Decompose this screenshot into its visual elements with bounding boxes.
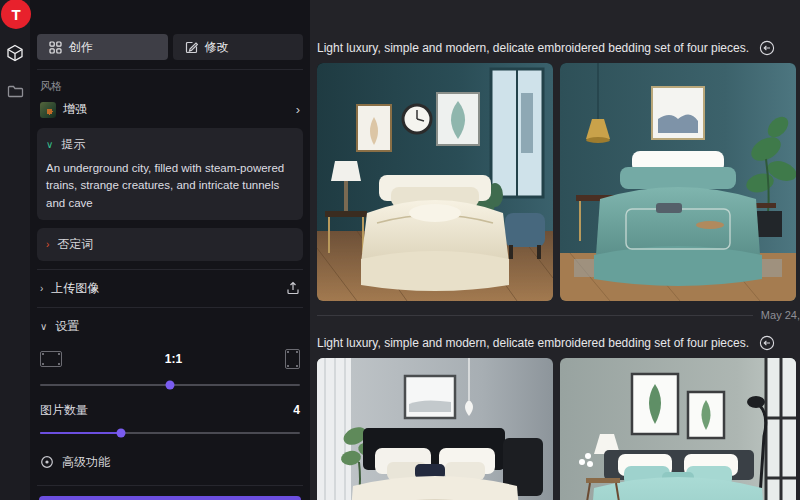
generation-panel: 创作 修改 风格 增强 › ∨ 提示 An underground city, … [30,0,310,500]
image-count-slider-thumb[interactable] [116,428,125,437]
aspect-ratio-value: 1:1 [62,352,285,366]
chevron-right-icon: › [296,103,300,116]
generation-caption: Light luxury, simple and modern, delicat… [317,336,749,350]
image-count-row: 图片数量 4 [37,390,303,419]
reuse-prompt-icon[interactable] [759,335,775,351]
tab-create[interactable]: 创作 [37,34,168,60]
eye-icon [40,455,54,469]
date-separator: May 24, [317,309,800,321]
upload-icon[interactable] [286,281,300,295]
style-section-label: 风格 [40,79,300,94]
style-thumbnail [40,102,56,118]
divider [317,315,753,316]
folder-icon[interactable] [0,84,30,99]
confirm-button[interactable]: 确定 [39,496,301,500]
workspace-cube-icon[interactable] [0,44,30,62]
generated-image-row [317,358,800,500]
generated-image-4[interactable] [560,358,796,500]
aspect-ratio-row: 1:1 [37,339,303,371]
prompt-box[interactable]: ∨ 提示 An underground city, filled with st… [37,128,303,220]
upload-image-row[interactable]: › 上传图像 [37,269,303,308]
negative-prompt-box[interactable]: › 否定词 [37,228,303,261]
image-count-slider-fill [40,432,121,434]
image-count-slider[interactable] [40,432,300,434]
tab-create-label: 创作 [69,39,93,56]
image-count-value: 4 [293,403,300,417]
chevron-down-icon: ∨ [46,139,53,150]
advanced-features-label: 高级功能 [62,454,110,471]
generated-image-2[interactable] [560,63,796,301]
advanced-features-row[interactable]: 高级功能 [37,438,303,486]
tab-modify-label: 修改 [205,39,229,56]
image-count-label: 图片数量 [40,402,293,419]
app-window: T 创作 [0,0,800,500]
settings-label: 设置 [55,318,79,335]
negative-label: 否定词 [57,236,93,253]
mode-tabs: 创作 修改 [37,34,303,70]
date-label: May 24, [761,309,800,321]
upload-label: 上传图像 [51,280,278,297]
reuse-prompt-icon[interactable] [759,40,775,56]
style-selector[interactable]: 增强 › [37,99,303,128]
generated-image-row [317,63,800,301]
tab-modify[interactable]: 修改 [173,34,304,60]
generated-image-3[interactable] [317,358,553,500]
generation-group-header: Light luxury, simple and modern, delicat… [317,40,800,56]
settings-header[interactable]: ∨ 设置 [37,308,303,339]
prompt-label: 提示 [61,136,85,153]
generation-group-header: Light luxury, simple and modern, delicat… [317,335,800,351]
style-selected-value: 增强 [63,101,289,118]
landscape-ratio-icon[interactable] [40,351,62,367]
generation-caption: Light luxury, simple and modern, delicat… [317,41,749,55]
generated-image-1[interactable] [317,63,553,301]
chevron-right-icon: › [40,283,43,294]
left-rail: T [0,0,30,500]
chevron-right-icon: › [46,239,49,250]
aspect-ratio-slider-thumb[interactable] [166,380,175,389]
user-avatar[interactable]: T [1,0,31,29]
aspect-ratio-slider[interactable] [40,384,300,386]
chevron-down-icon: ∨ [40,321,47,332]
prompt-text[interactable]: An underground city, filled with steam-p… [46,160,294,212]
gallery-area: Light luxury, simple and modern, delicat… [310,0,800,500]
portrait-ratio-icon[interactable] [285,349,300,369]
